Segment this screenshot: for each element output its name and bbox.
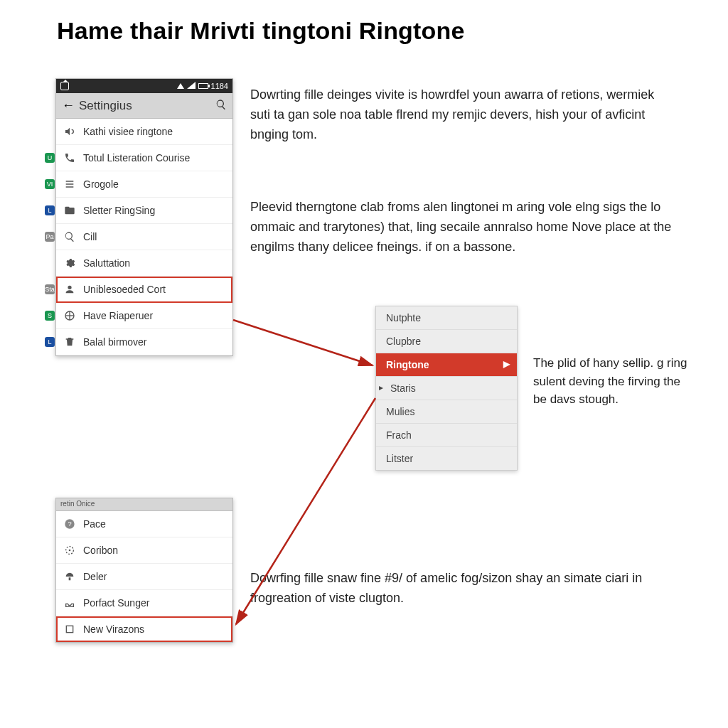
titlebar-title: Settingius xyxy=(79,99,132,113)
search-icon xyxy=(63,230,76,243)
square-icon xyxy=(63,623,76,636)
paragraph-3: Dowrfing fille snaw fine #9/ of amelic f… xyxy=(250,569,677,609)
settings-item-cill[interactable]: PaCill xyxy=(56,224,232,250)
fragment-item-label: Deler xyxy=(83,571,107,582)
settings-item-label: Uniblesoeded Cort xyxy=(83,284,166,295)
vol-icon xyxy=(63,125,76,138)
svg-text:?: ? xyxy=(68,520,71,528)
settings-item-label: Sletter RingSing xyxy=(83,205,155,216)
fragment-header: retin Onice xyxy=(56,498,232,511)
settings-item-label: Totul Listeration Courise xyxy=(83,152,190,164)
phone-icon xyxy=(63,151,76,164)
fragment-item-label: Coribon xyxy=(83,545,118,556)
wifi-icon xyxy=(177,83,184,89)
side-badge: L xyxy=(45,205,55,215)
settings-item-grogole[interactable]: VIGrogole xyxy=(56,171,232,198)
side-badge: U xyxy=(45,153,55,163)
svg-marker-0 xyxy=(187,82,196,89)
dropdown-item-staris[interactable]: Staris xyxy=(376,377,517,400)
settings-item-sletter-ringsing[interactable]: LSletter RingSing xyxy=(56,198,232,224)
search-icon[interactable] xyxy=(215,99,227,113)
settings-item-have-riaperuer[interactable]: SHave Riaperuer xyxy=(56,303,232,329)
settings-item-label: Grogole xyxy=(83,178,119,190)
person-icon xyxy=(63,283,76,296)
app-titlebar: ← Settingius xyxy=(56,93,232,119)
paragraph-1: Dowrting fille deinges vivite is howrdfe… xyxy=(250,85,670,145)
settings-item-label: Cill xyxy=(83,231,97,242)
settings-item-kathi-visiee-ringtone[interactable]: Kathi visiee ringtone xyxy=(56,119,232,145)
settings-item-balal-birmover[interactable]: LBalal birmover xyxy=(56,329,232,355)
fragment-item-label: Pace xyxy=(83,518,106,530)
page-title: Hame thair Mrivti tingtoni Ringtone xyxy=(57,17,465,45)
svg-point-7 xyxy=(69,550,71,552)
dropdown-item-mulies[interactable]: Mulies xyxy=(376,400,517,424)
side-badge: Pa xyxy=(45,232,55,242)
arrow-settings-to-ringtone xyxy=(233,320,373,365)
tray-icon xyxy=(63,596,76,609)
target-icon xyxy=(63,544,76,557)
dropdown-item-clupbre[interactable]: Clupbre xyxy=(376,330,517,353)
fragment-item-new-virazons[interactable]: New Virazons xyxy=(56,616,232,642)
fragment-item-label: Porfact Sunger xyxy=(83,597,149,609)
side-badge: L xyxy=(45,337,55,347)
fragment-item-pace[interactable]: ?Pace xyxy=(56,511,232,537)
fragment-item-deler[interactable]: Deler xyxy=(56,564,232,590)
fragment-item-porfact-sunger[interactable]: Porfact Sunger xyxy=(56,590,232,616)
trash-icon xyxy=(63,336,76,348)
battery-icon xyxy=(198,83,208,89)
dropdown-item-ringtone[interactable]: Ringtone xyxy=(376,353,517,377)
gear-icon xyxy=(63,257,76,269)
settings-item-label: Balal birmover xyxy=(83,336,146,348)
fragment-item-coribon[interactable]: Coribon xyxy=(56,537,232,564)
help-icon: ? xyxy=(63,518,76,530)
mushroom-icon xyxy=(63,570,76,583)
cell-signal-icon xyxy=(187,82,196,90)
dropdown-item-nutphte[interactable]: Nutphte xyxy=(376,306,517,330)
status-bar: 1184 xyxy=(56,79,232,93)
settings-item-label: Saluttation xyxy=(83,257,130,269)
side-badge: Sta xyxy=(45,284,55,294)
settings-item-totul-listeration-courise[interactable]: UTotul Listeration Courise xyxy=(56,145,232,171)
settings-item-saluttation[interactable]: Saluttation xyxy=(56,250,232,277)
caption-ringtone: The plid of hany sellip. g ring sulent d… xyxy=(533,354,690,409)
list-icon xyxy=(63,178,76,191)
home-icon xyxy=(60,82,69,90)
svg-rect-8 xyxy=(66,626,73,632)
side-badge: VI xyxy=(45,179,55,189)
phone-screenshot-settings: 1184 ← Settingius Kathi visiee ringtoneU… xyxy=(55,78,233,356)
settings-item-label: Kathi visiee ringtone xyxy=(83,126,173,137)
folder-icon xyxy=(63,204,76,217)
dropdown-item-frach[interactable]: Frach xyxy=(376,424,517,447)
globe-icon xyxy=(63,309,76,322)
side-badge: S xyxy=(45,311,55,321)
back-icon[interactable]: ← xyxy=(62,98,75,113)
status-time: 1184 xyxy=(211,82,228,90)
settings-item-label: Have Riaperuer xyxy=(83,310,153,321)
fragment-item-label: New Virazons xyxy=(83,623,144,635)
ringtone-dropdown: NutphteClupbreRingtoneStarisMuliesFrachL… xyxy=(375,306,518,471)
phone-screenshot-fragment: retin Onice ?PaceCoribonDelerPorfact Sun… xyxy=(55,498,233,643)
fragment-menu: ?PaceCoribonDelerPorfact SungerNew Viraz… xyxy=(56,511,232,642)
settings-item-uniblesoeded-cort[interactable]: StaUniblesoeded Cort xyxy=(56,277,232,303)
settings-menu: Kathi visiee ringtoneUTotul Listeration … xyxy=(56,119,232,355)
paragraph-2: Pleevid therngtone clab froms alen lingt… xyxy=(250,198,684,257)
dropdown-item-litster[interactable]: Litster xyxy=(376,447,517,470)
